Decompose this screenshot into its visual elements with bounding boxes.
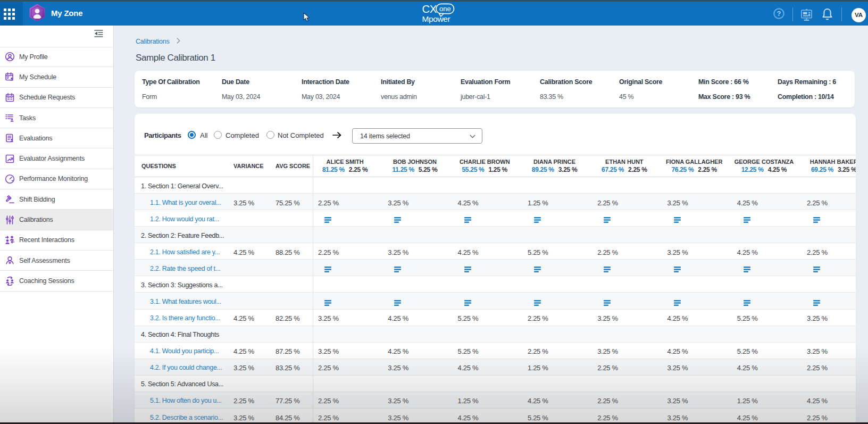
svg-text:one: one — [439, 5, 451, 13]
svg-text:?: ? — [777, 10, 781, 18]
svg-text:CX: CX — [422, 3, 437, 15]
svg-text:Mpower: Mpower — [422, 14, 450, 23]
